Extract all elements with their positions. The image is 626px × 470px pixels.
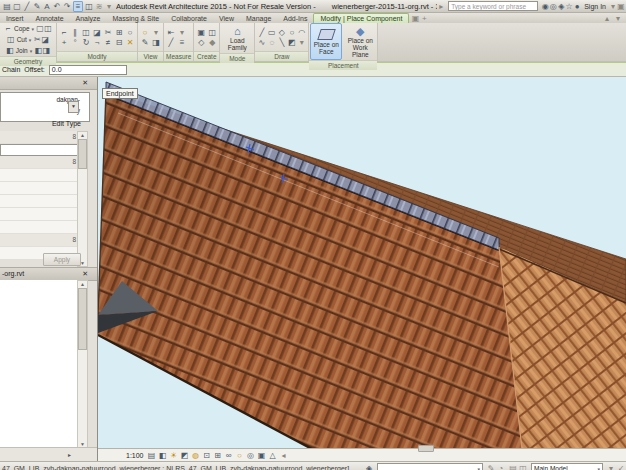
drawing-canvas[interactable]: Endpoint [98,77,626,449]
filter-icon[interactable]: ▾ [607,464,615,470]
infocenter-expand-icon[interactable]: ▸ [437,2,445,11]
aligned-dim-icon[interactable]: ≡ [177,38,187,47]
pin-icon[interactable]: ○ [125,28,135,37]
ribbon-options-icon[interactable]: ▾ [614,14,622,23]
detail-level-icon[interactable]: ▤ [148,451,156,460]
redo-icon[interactable]: ↷ [63,2,71,11]
rendering-icon[interactable]: ◍ [192,451,200,460]
sun-path-icon[interactable]: ☀ [170,451,178,460]
workset-dropdown[interactable]: ▾ [377,463,483,470]
scroll-thumb[interactable] [78,288,87,350]
visual-style-icon[interactable]: ◧ [159,451,167,460]
subscription-icon[interactable]: ◎ [549,2,557,11]
temp-view-properties-icon[interactable]: ▣ [258,451,266,460]
draw-scroll-icon[interactable]: ▾ [297,38,306,47]
signin-dropdown-icon[interactable]: ▾ [609,2,617,11]
tab-massing-site[interactable]: Massing & Site [106,14,165,23]
property-row[interactable] [0,208,79,221]
design-option-dropdown[interactable]: Main Model ▾ [531,463,603,470]
crop-view-icon[interactable]: ⊡ [203,451,211,460]
reveal-hidden-icon[interactable]: ○ [236,451,244,460]
cut-button[interactable]: ◫ Cut ▾ ✂◪ [7,35,50,44]
search-binoculars-icon[interactable]: ◉ [541,2,549,11]
move-icon[interactable]: + [59,38,69,47]
help-icon[interactable]: ▣ [617,2,625,11]
measure-icon[interactable]: ≡ [73,1,83,12]
active-only-icon[interactable]: ▤ [509,464,517,470]
create-similar-icon[interactable]: ◫ [207,28,217,37]
draw-arc-icon[interactable]: ◠ [297,28,306,37]
tab-manage[interactable]: Manage [240,14,277,23]
offset-icon[interactable]: ∥ [70,28,80,37]
paint-icon[interactable]: ◨ [151,38,161,47]
pick-face-icon[interactable]: ◩ [287,38,296,47]
draw-polygon-icon[interactable]: ◇ [277,28,286,37]
tab-collaborate[interactable]: Collaborate [165,14,213,23]
section-icon[interactable]: ◫ [85,2,93,11]
scale-button[interactable]: 1:100 [126,452,144,459]
crop-region-icon[interactable]: ⊞ [214,451,222,460]
properties-scrollbar[interactable]: ▲ ▼ [77,131,88,267]
dimension-icon[interactable]: ╱ [166,38,176,47]
properties-close-icon[interactable]: ✕ [82,78,88,87]
measure-extra-icon[interactable]: ▾ [177,28,187,37]
splitter-handle[interactable] [418,445,434,452]
line-tool-icon[interactable]: ╱ [23,2,31,11]
project-browser-hscrollbar[interactable]: ▸ [0,447,97,461]
join-extra-icon[interactable]: ◨ [42,46,50,55]
linework-icon[interactable]: ✎ [140,38,150,47]
pick-line-icon[interactable]: ╲ [277,38,286,47]
workset-status-icon[interactable]: ◔ [497,464,505,470]
cope-dropdown-icon[interactable]: ▾ [32,26,35,32]
sign-in-button[interactable]: Sign In [584,3,606,10]
type-selector-dropdown-icon[interactable]: ▼ [68,101,79,113]
place-on-face-button[interactable]: Place on Face [310,23,342,60]
chain-checkbox-label[interactable]: Chain [2,66,20,73]
rotate-icon[interactable]: ↻ [81,38,91,47]
join-icon[interactable]: ◧ [34,46,42,55]
draw-circle-icon[interactable]: ○ [287,28,296,37]
cope-extra-icon[interactable]: ◫ [44,24,52,33]
draw-spline-icon[interactable]: ∿ [257,38,266,47]
family-hint-icon[interactable]: ◈ [365,464,373,470]
shadows-icon[interactable]: ◩ [181,451,189,460]
text-tool-icon[interactable]: A [43,2,51,11]
join-dropdown-icon[interactable]: ▾ [30,48,33,54]
copy-icon[interactable]: ° [70,38,80,47]
properties-palette-header[interactable]: ✕ [0,77,97,90]
scroll-thumb[interactable] [78,139,87,169]
load-family-button[interactable]: ⌂ Load Family [221,23,253,53]
scroll-up-icon[interactable]: ▲ [78,281,87,287]
property-group-row[interactable]: 8 [0,234,79,247]
lightbulb-icon[interactable]: ○ [140,28,150,37]
cut-geometry-icon[interactable]: ✂ [33,35,41,44]
cut-extra-icon[interactable]: ◪ [41,35,49,44]
split-icon[interactable]: ✂ [103,28,113,37]
constraints-icon[interactable]: ◂ [280,451,288,460]
project-browser-close-icon[interactable]: ✕ [82,269,88,278]
mirror-axis-icon[interactable]: ◪ [92,28,102,37]
menu-grid-icon[interactable]: ▤ [3,2,11,11]
analytical-model-icon[interactable]: △ [269,451,277,460]
property-row[interactable] [0,195,79,208]
array-icon[interactable]: ⊞ [114,28,124,37]
scroll-right-icon[interactable]: ▸ [68,451,71,458]
tab-insert[interactable]: Insert [0,14,30,23]
view-extra-icon[interactable]: ▾ [151,28,161,37]
hide-isolate-icon[interactable]: ∞ [225,451,233,460]
draw-line-icon[interactable]: ╱ [257,28,266,37]
contextual-tab-icon[interactable]: ▣ [411,14,419,23]
create-group-icon[interactable]: ▣ [196,28,206,37]
cut-dropdown-icon[interactable]: ▾ [29,37,32,43]
place-on-work-plane-button[interactable]: ◆ Place on Work Plane [344,23,376,60]
property-row[interactable] [0,221,79,234]
draw-ellipse-icon[interactable]: ◌ [267,38,276,47]
tab-plus-icon[interactable]: + [420,14,428,23]
undo-icon[interactable]: ↶ [53,2,61,11]
search-input[interactable]: Type a keyword or phrase [448,1,538,11]
tab-modify-place-component[interactable]: Modify | Place Component [313,13,409,23]
mirror-icon[interactable]: ◫ [81,28,91,37]
drawing-area[interactable]: Endpoint 1:100 ▤◧☀◩◍⊡⊞∞○◎▣△◂ [98,77,626,461]
tab-annotate[interactable]: Annotate [30,14,70,23]
delete-icon[interactable]: ✕ [125,38,135,47]
